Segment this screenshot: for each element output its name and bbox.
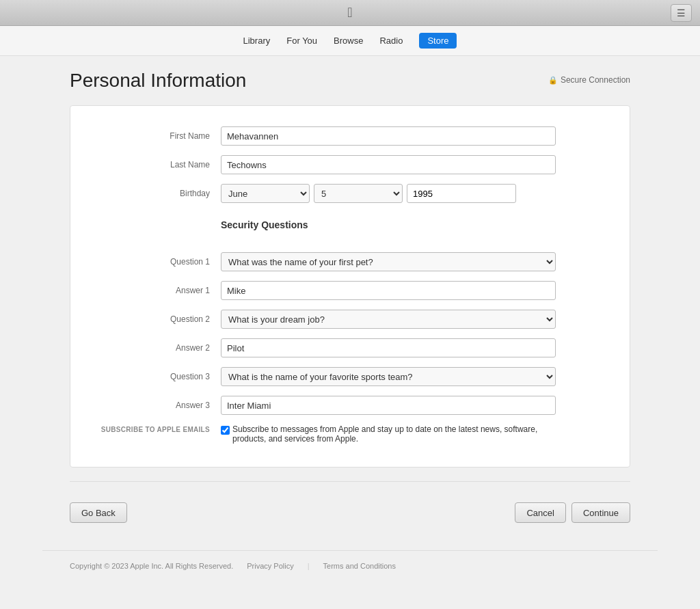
go-back-button[interactable]: Go Back [70, 502, 127, 523]
subscribe-label: SUBSCRIBE TO APPLE EMAILS [98, 424, 221, 433]
first-name-label: First Name [98, 131, 221, 141]
birthday-selects: JanuaryFebruaryMarchAprilMayJuneJulyAugu… [221, 184, 516, 203]
nav-radio[interactable]: Radio [379, 36, 403, 46]
security-questions-title: Security Questions [221, 219, 308, 230]
birthday-year-input[interactable] [407, 184, 516, 203]
question1-field: What was the name of your first pet?What… [221, 252, 602, 271]
question3-select[interactable]: What was the name of your first pet?What… [221, 367, 556, 386]
first-name-field [221, 126, 602, 146]
question2-select[interactable]: What was the name of your first pet?What… [221, 310, 556, 329]
birthday-row: Birthday JanuaryFebruaryMarchAprilMayJun… [98, 184, 602, 203]
privacy-policy-link[interactable]: Privacy Policy [247, 562, 293, 570]
answer2-input[interactable] [221, 338, 556, 357]
answer3-input[interactable] [221, 396, 556, 415]
question2-label: Question 2 [98, 314, 221, 324]
question1-label: Question 1 [98, 257, 221, 267]
question3-label: Question 3 [98, 372, 221, 381]
menu-button[interactable]: ☰ [671, 4, 692, 22]
main-content: Personal Information 🔒 Secure Connection… [42, 56, 658, 550]
btn-left-group: Go Back [70, 502, 127, 523]
answer3-label: Answer 3 [98, 401, 221, 410]
secure-connection-text: Secure Connection [561, 75, 630, 85]
subscribe-text: Subscribe to messages from Apple and sta… [232, 424, 556, 444]
answer2-label: Answer 2 [98, 343, 221, 353]
bottom-divider [70, 481, 630, 482]
question3-field: What was the name of your first pet?What… [221, 367, 602, 386]
subscribe-checkbox[interactable] [221, 426, 230, 435]
btn-right-group: Cancel Continue [515, 502, 630, 523]
nav-bar: Library For You Browse Radio Store [0, 26, 700, 56]
security-questions-section: Security Questions [98, 213, 602, 241]
form-container: First Name Last Name Birthday JanuaryFeb… [70, 105, 630, 468]
button-row: Go Back Cancel Continue [70, 496, 630, 537]
birthday-label: Birthday [98, 189, 221, 198]
cancel-button[interactable]: Cancel [515, 502, 565, 523]
secure-connection-indicator: 🔒 Secure Connection [548, 75, 630, 85]
answer3-field [221, 396, 602, 415]
question2-field: What was the name of your first pet?What… [221, 310, 602, 329]
last-name-input[interactable] [221, 155, 556, 174]
birthday-day-select[interactable]: 1234567891011121314151617181920212223242… [314, 184, 403, 203]
answer1-input[interactable] [221, 281, 556, 300]
page-title: Personal Information [70, 70, 246, 92]
nav-library[interactable]: Library [243, 36, 271, 46]
copyright-text: Copyright © 2023 Apple Inc. All Rights R… [70, 562, 233, 570]
first-name-input[interactable] [221, 126, 556, 146]
answer1-label: Answer 1 [98, 286, 221, 295]
apple-logo-icon:  [347, 5, 352, 21]
lock-icon: 🔒 [548, 76, 558, 85]
first-name-row: First Name [98, 126, 602, 146]
question1-select[interactable]: What was the name of your first pet?What… [221, 252, 556, 271]
subscribe-row: SUBSCRIBE TO APPLE EMAILS Subscribe to m… [98, 424, 602, 444]
page-header: Personal Information 🔒 Secure Connection [70, 70, 630, 92]
question2-row: Question 2 What was the name of your fir… [98, 310, 602, 329]
answer3-row: Answer 3 [98, 396, 602, 415]
answer2-row: Answer 2 [98, 338, 602, 357]
nav-for-you[interactable]: For You [286, 36, 317, 46]
terms-link[interactable]: Terms and Conditions [323, 562, 396, 570]
question3-row: Question 3 What was the name of your fir… [98, 367, 602, 386]
title-bar:  ☰ [0, 0, 700, 26]
question1-row: Question 1 What was the name of your fir… [98, 252, 602, 271]
birthday-month-select[interactable]: JanuaryFebruaryMarchAprilMayJuneJulyAugu… [221, 184, 310, 203]
answer1-row: Answer 1 [98, 281, 602, 300]
last-name-label: Last Name [98, 160, 221, 170]
subscribe-content: Subscribe to messages from Apple and sta… [221, 424, 556, 444]
footer-separator: | [308, 562, 310, 570]
answer1-field [221, 281, 602, 300]
last-name-field [221, 155, 602, 174]
footer: Copyright © 2023 Apple Inc. All Rights R… [42, 550, 658, 581]
nav-browse[interactable]: Browse [334, 36, 363, 46]
continue-button[interactable]: Continue [571, 502, 630, 523]
answer2-field [221, 338, 602, 357]
nav-store[interactable]: Store [419, 33, 457, 49]
last-name-row: Last Name [98, 155, 602, 174]
